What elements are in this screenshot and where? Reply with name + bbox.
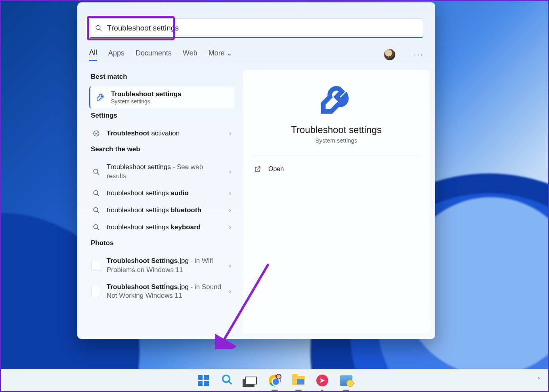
taskbar: ➤ — [1, 369, 548, 391]
section-photos: Photos — [91, 239, 234, 247]
settings-result[interactable]: Troubleshoot activation › — [89, 125, 234, 142]
tab-all[interactable]: All — [89, 48, 97, 61]
folder-icon — [292, 376, 305, 385]
chevron-right-icon: › — [229, 190, 231, 197]
search-icon — [95, 25, 102, 32]
divider — [253, 156, 420, 156]
best-match-title: Troubleshoot settings — [111, 90, 182, 98]
app-icon: ➤ — [316, 375, 328, 386]
photo-result[interactable]: Troubleshoot Settings.jpg - in Wifi Prob… — [89, 253, 234, 279]
svg-line-4 — [97, 173, 99, 175]
preview-pane: Troubleshoot settings System settings Op… — [243, 70, 430, 333]
search-taskbar-button[interactable] — [219, 372, 235, 389]
user-avatar[interactable] — [384, 49, 396, 61]
result-text: Troubleshoot settings - See web results — [107, 163, 224, 181]
file-explorer-taskbar-button[interactable] — [290, 372, 307, 389]
task-view-icon — [245, 377, 257, 384]
wrench-icon — [96, 92, 105, 103]
tab-documents[interactable]: Documents — [136, 49, 172, 61]
svg-line-8 — [97, 211, 99, 213]
best-match-result[interactable]: Troubleshoot settings System settings — [89, 86, 234, 108]
more-options-button[interactable]: ··· — [414, 49, 423, 60]
chrome-icon — [269, 375, 281, 386]
svg-point-5 — [94, 191, 98, 195]
search-icon — [92, 207, 101, 214]
search-input[interactable] — [107, 24, 417, 32]
control-panel-taskbar-button[interactable] — [338, 372, 354, 389]
svg-point-7 — [94, 207, 98, 212]
chrome-taskbar-button[interactable] — [266, 372, 283, 389]
preview-subtitle: System settings — [316, 137, 358, 144]
web-result[interactable]: Troubleshoot settings - See web results … — [89, 159, 234, 185]
show-hidden-icons-button[interactable]: ˄ — [537, 377, 540, 384]
preview-title: Troubleshoot settings — [291, 124, 382, 135]
task-view-button[interactable] — [243, 372, 259, 389]
svg-point-12 — [222, 375, 230, 382]
svg-line-6 — [97, 194, 99, 196]
svg-line-1 — [99, 29, 101, 31]
chevron-right-icon: › — [229, 168, 231, 175]
start-button[interactable] — [195, 372, 212, 389]
svg-line-10 — [97, 228, 99, 230]
start-search-panel: All Apps Documents Web More ⌄ ··· Best m… — [77, 2, 435, 339]
result-text: troubleshoot settings keyboard — [107, 223, 224, 232]
search-box[interactable] — [89, 18, 423, 38]
photo-result[interactable]: Troubleshoot Settings.jpg - in Sound Not… — [89, 279, 234, 305]
section-best-match: Best match — [91, 73, 234, 81]
tab-apps[interactable]: Apps — [108, 49, 124, 61]
open-label: Open — [268, 166, 284, 173]
search-icon — [92, 168, 101, 175]
wrench-icon — [321, 82, 352, 116]
control-panel-icon — [340, 375, 352, 386]
tab-web[interactable]: Web — [183, 49, 197, 61]
svg-point-3 — [94, 169, 98, 173]
web-result[interactable]: troubleshoot settings keyboard › — [89, 219, 234, 236]
svg-line-13 — [228, 381, 231, 384]
section-search-web: Search the web — [91, 145, 234, 153]
chevron-right-icon: › — [229, 207, 231, 214]
search-icon — [92, 190, 101, 197]
image-thumbnail — [92, 261, 101, 270]
svg-point-2 — [94, 131, 99, 137]
chevron-right-icon: › — [229, 224, 231, 231]
windows-logo-icon — [198, 375, 209, 386]
chevron-right-icon: › — [229, 262, 231, 269]
web-result[interactable]: troubleshoot settings bluetooth › — [89, 202, 234, 219]
open-external-icon — [254, 166, 261, 173]
search-icon — [221, 374, 233, 387]
best-match-subtitle: System settings — [111, 98, 182, 105]
search-box-wrapper — [89, 18, 423, 38]
tab-more[interactable]: More ⌄ — [209, 49, 232, 61]
result-text: Troubleshoot Settings.jpg - in Wifi Prob… — [107, 257, 224, 275]
svg-point-0 — [96, 25, 100, 30]
result-text: Troubleshoot activation — [107, 129, 224, 138]
result-text: Troubleshoot Settings.jpg - in Sound Not… — [107, 283, 224, 301]
result-text: troubleshoot settings audio — [107, 189, 224, 198]
svg-point-9 — [94, 225, 98, 229]
chevron-right-icon: › — [229, 130, 231, 137]
open-button[interactable]: Open — [253, 163, 285, 175]
results-column: Best match Troubleshoot settings System … — [83, 70, 237, 333]
web-result[interactable]: troubleshoot settings audio › — [89, 185, 234, 202]
chevron-right-icon: › — [229, 288, 231, 295]
check-circle-icon — [92, 130, 101, 137]
section-settings: Settings — [91, 112, 234, 120]
image-thumbnail — [92, 287, 101, 296]
chevron-down-icon: ⌄ — [226, 49, 232, 57]
tab-more-label: More — [209, 49, 225, 57]
result-text: troubleshoot settings bluetooth — [107, 206, 224, 215]
search-icon — [92, 224, 101, 231]
search-tabs: All Apps Documents Web More ⌄ ··· — [89, 48, 423, 61]
app-taskbar-button[interactable]: ➤ — [314, 372, 331, 389]
